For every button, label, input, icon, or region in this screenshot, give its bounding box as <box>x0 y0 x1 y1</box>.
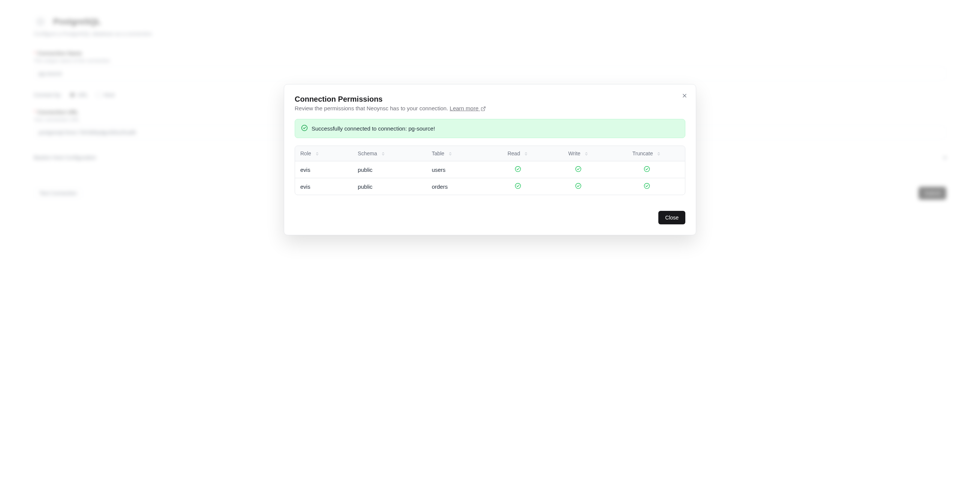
cell-write <box>549 161 608 178</box>
sort-icon <box>381 152 385 156</box>
sort-icon <box>584 152 589 156</box>
cell-schema: public <box>352 178 426 195</box>
cell-table: orders <box>426 178 487 195</box>
close-button[interactable]: Close <box>658 211 685 224</box>
cell-role: evis <box>295 161 352 178</box>
learn-more-link[interactable]: Learn more <box>450 105 486 112</box>
svg-point-10 <box>644 183 649 188</box>
check-circle-icon <box>644 166 650 172</box>
svg-point-8 <box>515 183 520 188</box>
check-circle-icon <box>515 166 521 172</box>
cell-role: evis <box>295 178 352 195</box>
sort-icon <box>657 152 661 156</box>
svg-line-3 <box>483 107 485 109</box>
col-read[interactable]: Read <box>487 146 548 161</box>
cell-truncate <box>608 161 685 178</box>
svg-point-4 <box>302 125 307 131</box>
svg-point-9 <box>576 183 581 188</box>
modal-overlay: Connection Permissions Review the permis… <box>0 0 980 493</box>
check-circle-icon <box>301 124 308 132</box>
col-role[interactable]: Role <box>295 146 352 161</box>
col-table[interactable]: Table <box>426 146 487 161</box>
sort-icon <box>315 152 320 156</box>
external-link-icon <box>480 106 486 112</box>
cell-read <box>487 178 548 195</box>
svg-point-5 <box>515 166 520 171</box>
col-truncate[interactable]: Truncate <box>608 146 685 161</box>
modal-subtitle: Review the permissions that Neoynsc has … <box>295 105 685 112</box>
svg-point-7 <box>644 166 649 171</box>
col-schema[interactable]: Schema <box>352 146 426 161</box>
check-circle-icon <box>575 183 581 189</box>
success-alert: Successfully connected to connection: pg… <box>295 119 685 138</box>
check-circle-icon <box>575 166 581 172</box>
close-icon[interactable] <box>681 92 688 99</box>
connection-permissions-modal: Connection Permissions Review the permis… <box>284 84 696 235</box>
cell-write <box>549 178 608 195</box>
check-circle-icon <box>515 183 521 189</box>
cell-schema: public <box>352 161 426 178</box>
sort-icon <box>524 152 528 156</box>
cell-read <box>487 161 548 178</box>
cell-table: users <box>426 161 487 178</box>
table-row: evispublicorders <box>295 178 685 195</box>
table-row: evispublicusers <box>295 161 685 178</box>
svg-point-6 <box>576 166 581 171</box>
col-write[interactable]: Write <box>549 146 608 161</box>
modal-title: Connection Permissions <box>295 95 685 104</box>
permissions-table: Role Schema Table <box>295 145 685 195</box>
sort-icon <box>448 152 452 156</box>
alert-message: Successfully connected to connection: pg… <box>312 125 435 132</box>
cell-truncate <box>608 178 685 195</box>
check-circle-icon <box>644 183 650 189</box>
